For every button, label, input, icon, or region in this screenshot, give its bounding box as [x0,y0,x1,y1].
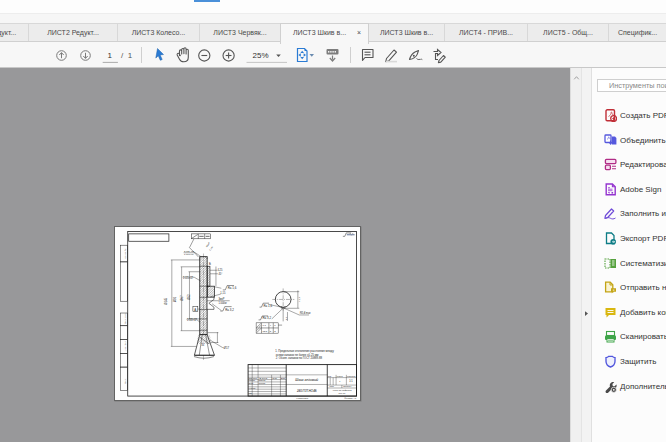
svg-text:Подп. дата: Подп. дата [124,312,126,324]
svg-text:1.000 нР: 1.000 нР [183,277,193,279]
svg-text:R0,4 max: R0,4 max [300,311,312,315]
svg-text:1.000 нР: 1.000 нР [187,319,197,321]
svg-text:Ø67: Ø67 [180,295,184,301]
svg-text:1:1: 1:1 [349,378,353,382]
svg-text:Масштаб: Масштаб [347,374,356,376]
svg-text:Инв. подл: Инв. подл [124,340,126,351]
svg-text:2: 2 [274,329,276,331]
svg-text:осями канавок не более ±0,25 м: осями канавок не более ±0,25 мм [276,352,319,356]
svg-text:3мхР: 3мхР [218,296,224,300]
svg-text:Ø91: Ø91 [173,296,177,302]
svg-text:1: 1 [274,324,276,326]
svg-text:Копировал: Копировал [296,396,308,398]
svg-text:Ra 1,6: Ra 1,6 [263,303,272,307]
svg-text:1,15: 1,15 [220,291,226,295]
svg-text:Шкив ведомый: Шкив ведомый [295,378,318,382]
svg-text:6,3: 6,3 [262,324,266,327]
svg-text:Пров.: Пров. [248,381,254,383]
svg-text:ЧГТУ-та Кафедра: ЧГТУ-та Кафедра [332,389,352,391]
svg-text:Петров: Петров [259,381,266,383]
svg-text:2. Обозн. канавки по ГОСТ 2088: 2. Обозн. канавки по ГОСТ 20889-88 [276,356,323,360]
svg-text:Н.контр.: Н.контр. [248,386,256,388]
svg-text:4,25: 4,25 [217,268,223,272]
svg-text:Ø145: Ø145 [164,297,168,304]
svg-text:Ra 3,2: Ra 3,2 [262,316,271,320]
svg-text:2 отв. М5: 2 отв. М5 [184,250,195,252]
svg-text:Подп.: Подп. [272,376,278,378]
svg-text:1.000 нР: 1.000 нР [184,252,194,254]
svg-text:Б: Б [209,261,211,265]
svg-text:1.000w: 1.000w [218,300,226,304]
svg-text:Ø52: Ø52 [187,294,191,300]
svg-text:8: 8 [270,329,272,331]
svg-text:А: А [194,307,196,311]
svg-text:Подп.: Подп. [124,378,126,384]
svg-text:1. Предельные отклонения расст: 1. Предельные отклонения расстояния межд… [275,349,334,353]
svg-text:2 отв: 2 отв [209,245,214,251]
svg-text:Лист: Лист [330,385,334,387]
svg-text:Ra 1,6: Ra 1,6 [228,286,237,290]
svg-text:Справ. №: Справ. № [124,248,126,258]
svg-text:12,5: 12,5 [262,329,267,332]
svg-text:7: 7 [339,379,340,381]
svg-text:45°: 45° [218,271,222,275]
svg-text:2 отв. М5: 2 отв. М5 [187,316,198,318]
svg-text:ТМ-09: ТМ-09 [338,392,345,394]
svg-text:Ra 3,2: Ra 3,2 [225,307,234,311]
svg-text:240.ПЗТ.НО4Б: 240.ПЗТ.НО4Б [296,388,317,392]
svg-text:12,5: 12,5 [298,296,301,301]
svg-text:Масса: Масса [337,374,344,376]
svg-text:Листов 1: Листов 1 [343,385,351,387]
svg-text:2 отв. М5: 2 отв. М5 [183,274,194,276]
svg-text:4: 4 [270,324,272,326]
svg-text:Утв.: Утв. [248,391,252,393]
svg-text:Ø17: Ø17 [224,346,230,350]
svg-text:Лит.: Лит. [328,374,332,376]
svg-text:Формат А3: Формат А3 [344,396,357,398]
